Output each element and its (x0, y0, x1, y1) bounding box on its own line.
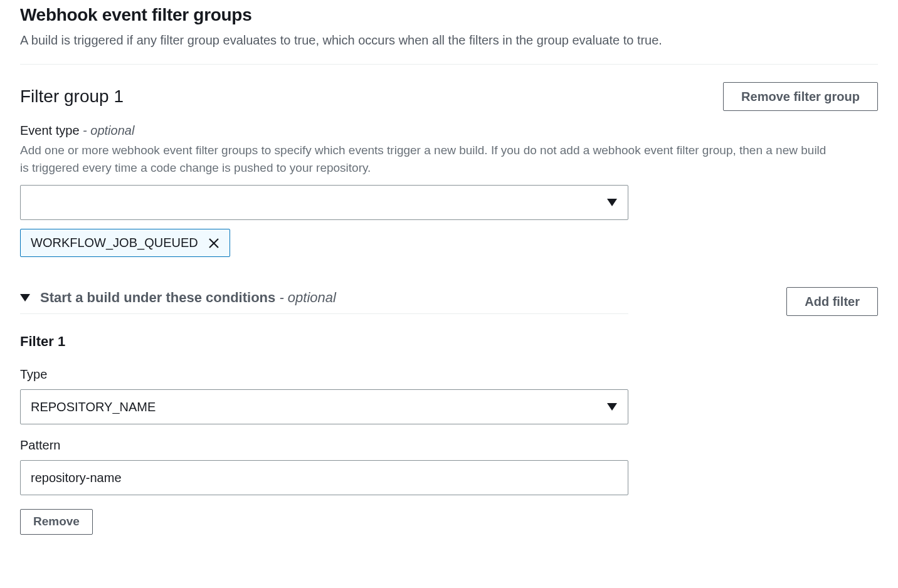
remove-tag-icon[interactable] (207, 236, 221, 250)
filter-type-field: Type REPOSITORY_NAME (20, 367, 878, 424)
conditions-section-header: Start a build under these conditions - o… (20, 287, 878, 316)
conditions-title: Start a build under these conditions - o… (40, 290, 336, 306)
event-type-tag: WORKFLOW_JOB_QUEUED (20, 229, 230, 257)
filter-pattern-input[interactable] (20, 460, 628, 495)
filter-group-title: Filter group 1 (20, 87, 124, 107)
event-type-description: Add one or more webhook event filter gro… (20, 142, 835, 176)
caret-down-icon (20, 294, 30, 302)
filter-pattern-field: Pattern (20, 438, 878, 495)
filter-group-header: Filter group 1 Remove filter group (20, 82, 878, 111)
svg-marker-3 (20, 294, 30, 302)
remove-filter-group-button[interactable]: Remove filter group (723, 82, 878, 111)
conditions-heading[interactable]: Start a build under these conditions - o… (20, 290, 628, 314)
event-type-select-wrap (20, 185, 628, 220)
page-title: Webhook event filter groups (20, 5, 878, 25)
event-type-field: Event type - optional Add one or more we… (20, 123, 878, 257)
add-filter-button[interactable]: Add filter (786, 287, 878, 316)
panel-header: Webhook event filter groups A build is t… (20, 0, 878, 65)
event-type-label: Event type - optional (20, 123, 878, 138)
event-type-tag-label: WORKFLOW_JOB_QUEUED (31, 236, 198, 250)
page-description: A build is triggered if any filter group… (20, 31, 878, 49)
filter-pattern-label: Pattern (20, 438, 878, 453)
filter-1-title: Filter 1 (20, 333, 878, 350)
filter-type-select-wrap: REPOSITORY_NAME (20, 389, 628, 424)
remove-filter-button[interactable]: Remove (20, 509, 93, 535)
filter-type-label: Type (20, 367, 878, 382)
filter-type-select[interactable]: REPOSITORY_NAME (20, 389, 628, 424)
event-type-select[interactable] (20, 185, 628, 220)
webhook-filter-groups-panel: Webhook event filter groups A build is t… (0, 0, 898, 560)
